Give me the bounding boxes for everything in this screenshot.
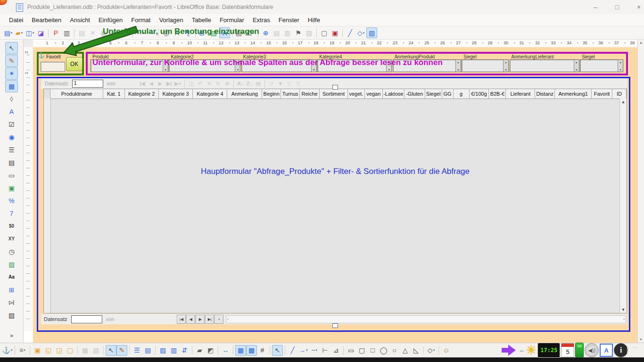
add-field-icon[interactable]: ▥: [168, 345, 179, 356]
save-icon[interactable]: ◫▾: [25, 27, 35, 38]
row-header-cell[interactable]: [44, 89, 50, 99]
design-mode-toggle-icon[interactable]: ▨: [366, 27, 377, 38]
form-wizard-icon[interactable]: ✶: [5, 67, 18, 80]
export-pdf-icon[interactable]: P: [50, 27, 61, 38]
scroll-up-icon[interactable]: ▲: [621, 99, 626, 104]
save-as-icon[interactable]: ◪: [35, 27, 46, 38]
insert-field-icon[interactable]: ▤▾: [234, 27, 245, 38]
spin-buttons-icon[interactable]: ▴▾: [386, 60, 391, 72]
field-anmerkunglieferant[interactable]: AnmerkungLieferant▴▾: [510, 54, 579, 73]
square-icon[interactable]: □: [367, 345, 378, 356]
list-box-icon[interactable]: ☰: [5, 144, 18, 156]
scroll-left-icon[interactable]: ‹: [227, 317, 229, 321]
design-mode-icon[interactable]: ✎: [116, 345, 127, 356]
new-record-button[interactable]: +: [215, 315, 223, 324]
form-design-icon[interactable]: ▦: [5, 80, 18, 92]
insert-line-icon[interactable]: ╱: [345, 27, 355, 38]
menu-hilfe[interactable]: Hilfe: [304, 15, 324, 25]
toolbar-overflow-icon[interactable]: »: [10, 332, 13, 339]
field-kategorie2[interactable]: Kategorie2▴▾: [169, 54, 240, 73]
record-number-input[interactable]: [71, 315, 102, 323]
rectangle-icon[interactable]: ▭: [346, 345, 356, 356]
field-textbox[interactable]: ▴▾: [169, 59, 240, 72]
field-textbox[interactable]: ▴▾: [317, 59, 392, 72]
form-navigator-icon[interactable]: ▨: [157, 345, 168, 356]
basic-shapes-icon[interactable]: ◇▾: [355, 27, 366, 38]
window-switch-icon[interactable]: ⇔: [519, 347, 525, 354]
column-header-laktose[interactable]: -Laktose: [383, 89, 405, 99]
field-textbox[interactable]: ▴▾: [462, 59, 509, 72]
column-header-kategorie4[interactable]: Kategorie 4: [193, 89, 227, 99]
curve-icon[interactable]: ~▾: [309, 345, 320, 356]
volume-speaker-icon[interactable]: ◀)): [585, 343, 599, 357]
scroll-right-icon[interactable]: ›: [623, 317, 625, 321]
launcher-arrow-icon[interactable]: [502, 345, 518, 356]
column-header-id[interactable]: ID: [612, 89, 627, 99]
field-siegel[interactable]: Siegel▴▾: [580, 54, 623, 73]
insert-textbox-icon[interactable]: A: [219, 27, 230, 38]
combo-box-icon[interactable]: ▤: [5, 156, 18, 169]
column-header-beginn[interactable]: Beginn: [262, 89, 281, 99]
dropdown-caret-icon[interactable]: ▾: [33, 31, 34, 35]
menu-vorlagen[interactable]: Vorlagen: [155, 15, 187, 25]
prev-record-button[interactable]: ◀: [186, 315, 195, 324]
anchor-icon[interactable]: ⚓▾: [2, 345, 13, 356]
scroll-up-icon[interactable]: ▲: [639, 41, 643, 45]
calendar-widget[interactable]: 5: [561, 343, 574, 357]
dropdown-caret-icon[interactable]: ▾: [242, 31, 244, 35]
circle-icon[interactable]: ○: [389, 345, 400, 356]
field-kategorie3[interactable]: Kategorie3▴▾: [241, 54, 317, 73]
formatting-marks-icon[interactable]: ¶: [182, 27, 193, 38]
character-map-icon[interactable]: A: [600, 344, 613, 357]
column-header-sortiment[interactable]: Sortiment: [320, 89, 348, 99]
selection-handle-top[interactable]: [332, 85, 338, 90]
column-header-gg[interactable]: GG: [442, 89, 454, 99]
label-field-icon[interactable]: ◊: [5, 93, 18, 105]
image-button-icon[interactable]: ▣: [5, 182, 18, 194]
field-produkt[interactable]: Produkt▴▾: [91, 54, 168, 73]
menu-einfgen[interactable]: Einfügen: [94, 15, 127, 25]
insert-bookmark-icon[interactable]: ⚑: [293, 27, 304, 38]
column-header-lieferant[interactable]: Lieferant: [506, 89, 535, 99]
new-document-icon[interactable]: ▤▾: [3, 27, 14, 38]
field-siegel[interactable]: Siegel▴▾: [462, 54, 509, 73]
vertical-scrollbar-window[interactable]: ▲ ▼: [637, 40, 644, 343]
subform-control-box[interactable]: Produkt▴▾Kategorie2▴▾Kategorie3▴▾Kategor…: [86, 52, 628, 75]
dropdown-caret-icon[interactable]: ▾: [252, 31, 254, 35]
ok-button[interactable]: OK: [66, 57, 83, 71]
column-header-favorit[interactable]: Favorit: [592, 89, 612, 99]
bring-to-front-icon[interactable]: ▣: [32, 345, 43, 356]
menu-datei[interactable]: Datei: [5, 15, 27, 25]
select-icon[interactable]: ↖: [5, 42, 18, 54]
column-header-b2b€[interactable]: B2B-€: [489, 89, 506, 99]
formatted-field-icon[interactable]: %: [5, 195, 18, 207]
ellipse-icon[interactable]: ◯: [378, 345, 389, 356]
smiley-shape-icon[interactable]: ☺: [441, 345, 452, 356]
menu-fenster[interactable]: Fenster: [274, 15, 304, 25]
table-body[interactable]: ▲ ▼: [44, 99, 627, 313]
subform-favorit-box[interactable]: ⚓ Favorit OK: [37, 52, 84, 75]
align-icon[interactable]: ≡▾: [17, 345, 28, 356]
column-header-anmerkung1[interactable]: Anmerkung1: [555, 89, 592, 99]
digital-clock-widget[interactable]: 17:25: [537, 343, 560, 358]
horizontal-ruler[interactable]: 1234567891011121314151617181920212223242…: [33, 40, 637, 48]
position-size-icon[interactable]: ↔: [220, 345, 231, 356]
navigation-bar-icon[interactable]: ▷|: [5, 296, 18, 309]
connector-icon[interactable]: ⊢: [320, 345, 330, 356]
dropdown-caret-icon[interactable]: ▾: [315, 348, 317, 352]
insert-line-icon[interactable]: ╱: [287, 345, 298, 356]
insert-image-icon[interactable]: ▧: [208, 27, 219, 38]
comment-icon[interactable]: ▢: [319, 27, 330, 38]
dropdown-caret-icon[interactable]: ▾: [24, 348, 25, 352]
field-textbox[interactable]: ▴▾: [510, 59, 579, 72]
column-header-distanz[interactable]: Distanz: [535, 89, 555, 99]
basic-shapes-icon[interactable]: ◇▾: [426, 345, 437, 356]
column-header-g[interactable]: g: [454, 89, 470, 99]
field-textbox[interactable]: ▴▾: [241, 59, 317, 72]
spin-buttons-icon[interactable]: ▴▾: [311, 60, 316, 72]
send-to-back-icon[interactable]: ▢: [65, 345, 75, 356]
column-header-veget[interactable]: veget.: [348, 89, 365, 99]
select-pointer-icon[interactable]: ↖: [272, 345, 283, 356]
column-header-€100g[interactable]: €/100g: [470, 89, 489, 99]
bring-forward-icon[interactable]: ◱: [43, 345, 54, 356]
